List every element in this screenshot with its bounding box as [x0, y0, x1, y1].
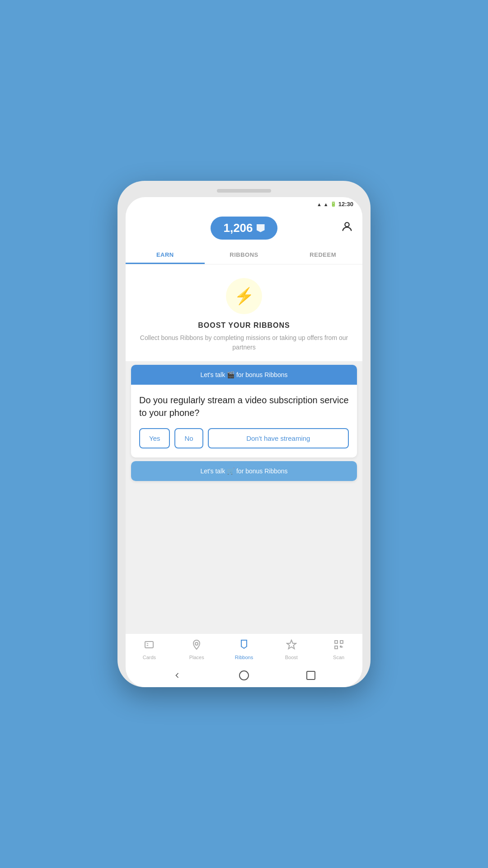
lightning-icon: ⚡ [234, 287, 254, 306]
app-header: 1,206 [126, 211, 362, 245]
recents-button[interactable] [305, 670, 316, 681]
cards-label: Cards [143, 655, 156, 660]
main-content: ⚡ BOOST YOUR RIBBONS Collect bonus Ribbo… [126, 264, 362, 633]
places-label: Places [189, 655, 204, 660]
lightning-icon-circle: ⚡ [226, 278, 262, 314]
answer-no-button[interactable]: No [174, 428, 203, 448]
svg-rect-5 [340, 641, 343, 643]
points-value: 1,206 [223, 221, 253, 235]
signal-icon: ▲ [324, 202, 328, 207]
svg-point-0 [345, 222, 349, 226]
svg-rect-4 [335, 641, 338, 643]
card-shopping: Let's talk 🛒 for bonus Ribbons [131, 461, 357, 481]
tab-earn[interactable]: EARN [126, 245, 205, 264]
scan-label: Scan [333, 655, 344, 660]
card-streaming: Let's talk 🎬 for bonus Ribbons Do you re… [131, 365, 357, 458]
card1-header: Let's talk 🎬 for bonus Ribbons [131, 365, 357, 385]
ribbon-icon-badge [257, 224, 265, 232]
answer-no-streaming-button[interactable]: Don't have streaming [208, 428, 349, 448]
svg-rect-1 [145, 642, 153, 648]
system-nav [126, 664, 362, 687]
scan-icon [333, 639, 344, 653]
card1-question: Do you regularly stream a video subscrip… [139, 394, 349, 419]
boost-icon [286, 639, 297, 653]
home-button[interactable] [239, 670, 249, 681]
card2-header: Let's talk 🛒 for bonus Ribbons [131, 461, 357, 481]
back-button[interactable] [172, 670, 183, 681]
tab-ribbons[interactable]: RIBBONS [205, 245, 284, 264]
phone-notch [217, 189, 271, 193]
nav-places[interactable]: Places [173, 637, 221, 662]
boost-header-section: ⚡ BOOST YOUR RIBBONS Collect bonus Ribbo… [126, 264, 362, 361]
nav-ribbons[interactable]: Ribbons [221, 637, 268, 662]
answer-yes-button[interactable]: Yes [139, 428, 170, 448]
phone-screen: ▲ ▲ 🔋 12:30 1,206 EARN RIBBONS RE [126, 197, 362, 687]
boost-description: Collect bonus Ribbons by completing miss… [135, 333, 353, 352]
svg-marker-3 [287, 640, 296, 649]
svg-point-2 [195, 642, 198, 645]
profile-button[interactable] [341, 220, 353, 236]
bottom-nav: Cards Places Ribbons [126, 633, 362, 664]
time-display: 12:30 [338, 201, 353, 208]
svg-rect-6 [335, 646, 338, 649]
cards-icon [144, 639, 155, 653]
nav-scan[interactable]: Scan [315, 637, 362, 662]
battery-icon: 🔋 [330, 201, 337, 207]
answer-buttons: Yes No Don't have streaming [139, 428, 349, 448]
ribbons-icon [239, 639, 249, 653]
boost-title: BOOST YOUR RIBBONS [135, 321, 353, 330]
places-icon [191, 639, 202, 653]
status-bar: ▲ ▲ 🔋 12:30 [126, 197, 362, 211]
status-icons: ▲ ▲ 🔋 12:30 [317, 201, 353, 208]
card1-body: Do you regularly stream a video subscrip… [131, 385, 357, 458]
boost-label: Boost [285, 655, 298, 660]
nav-boost[interactable]: Boost [267, 637, 315, 662]
phone-shell: ▲ ▲ 🔋 12:30 1,206 EARN RIBBONS RE [117, 181, 371, 687]
wifi-icon: ▲ [317, 202, 322, 207]
tabs-bar: EARN RIBBONS REDEEM [126, 245, 362, 264]
tab-redeem[interactable]: REDEEM [283, 245, 362, 264]
points-badge: 1,206 [211, 217, 277, 240]
ribbons-label: Ribbons [235, 655, 253, 660]
nav-cards[interactable]: Cards [126, 637, 173, 662]
